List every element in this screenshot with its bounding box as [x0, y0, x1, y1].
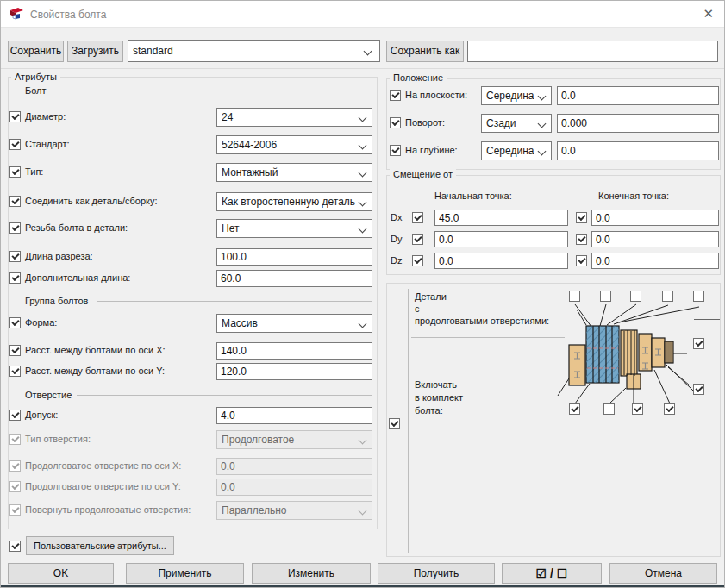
toggle-fields-button[interactable]: ☑ / ☐ — [502, 563, 602, 584]
dz-row: Dz — [391, 253, 721, 270]
spacing-y-input[interactable] — [216, 363, 372, 380]
tolerance-input[interactable] — [216, 407, 372, 424]
spacing-y-row: Расст. между болтами по оси Y: — [9, 362, 378, 381]
shape-value: Массив — [222, 317, 258, 329]
dy-start-input[interactable] — [434, 231, 568, 247]
on-plane-label: На плоскости: — [405, 90, 467, 100]
diameter-checkbox[interactable] — [9, 111, 21, 122]
spacing-x-input[interactable] — [216, 342, 372, 360]
dz-end-checkbox[interactable] — [576, 255, 587, 266]
dialog-title: Свойства болта — [30, 9, 106, 21]
chevron-down-icon — [359, 320, 367, 328]
get-button[interactable]: Получить — [378, 563, 495, 584]
rotation-checkbox[interactable] — [390, 117, 401, 128]
chevron-down-icon — [538, 120, 547, 128]
profile-select[interactable]: standard — [128, 40, 380, 62]
cut-length-label: Длина разреза: — [25, 251, 93, 261]
thread-select[interactable]: Нет — [216, 219, 372, 238]
slot-y-input — [216, 479, 372, 496]
rotation-row: Поворот: Сзади — [390, 114, 721, 133]
apply-button[interactable]: Применить — [126, 563, 244, 584]
dz-start-checkbox[interactable] — [412, 255, 423, 266]
chevron-down-icon — [359, 114, 367, 122]
ok-button[interactable]: OK — [8, 563, 114, 584]
standard-label: Стандарт: — [25, 139, 70, 149]
slot-x-input — [216, 458, 372, 475]
cut-length-input[interactable] — [216, 248, 372, 266]
slotted-parts-label-3: продолговатыми отверстиями: — [415, 316, 549, 326]
chevron-down-icon — [538, 147, 547, 156]
cut-length-row: Длина разреза: — [9, 247, 378, 266]
on-plane-input[interactable] — [557, 86, 719, 105]
cancel-button[interactable]: Отмена — [609, 563, 717, 584]
dy-row: Dy — [391, 231, 721, 248]
extra-length-checkbox[interactable] — [9, 272, 21, 284]
slot-y-row: Продолговатое отверстие по оси Y: — [9, 478, 378, 497]
dz-start-input[interactable] — [434, 253, 568, 269]
standard-checkbox[interactable] — [9, 139, 21, 150]
on-plane-checkbox[interactable] — [390, 90, 401, 101]
rotation-input[interactable] — [557, 114, 719, 133]
load-button[interactable]: Загрузить — [67, 41, 123, 62]
dz-end-input[interactable] — [591, 253, 719, 269]
rotate-slots-value: Параллельно — [222, 504, 286, 516]
include-label-2: в комплект — [415, 392, 463, 403]
include-label-3: болта: — [415, 405, 443, 416]
profile-select-value: standard — [133, 45, 173, 57]
dx-start-checkbox[interactable] — [412, 212, 423, 223]
connect-as-label: Соединить как деталь/сборку: — [25, 196, 158, 206]
dz-label: Dz — [391, 255, 402, 266]
save-button[interactable]: Сохранить — [8, 41, 64, 62]
on-plane-select-value: Середина — [486, 90, 534, 102]
chevron-down-icon — [359, 507, 367, 516]
spacing-y-checkbox[interactable] — [9, 366, 21, 377]
save-as-button[interactable]: Сохранить как — [386, 41, 464, 62]
hole-type-select: Продолговатое — [216, 430, 372, 449]
dy-end-input[interactable] — [591, 231, 719, 247]
user-attributes-checkbox[interactable] — [9, 541, 21, 552]
connect-as-select[interactable]: Как второстепенную деталь — [216, 192, 372, 211]
position-group-label: Положение — [390, 72, 447, 83]
dy-end-checkbox[interactable] — [576, 234, 587, 245]
diameter-value: 24 — [222, 111, 233, 123]
close-icon[interactable]: ✕ — [703, 6, 714, 22]
user-attributes-button[interactable]: Пользовательские атрибуты... — [26, 536, 174, 555]
on-plane-select[interactable]: Середина — [481, 86, 552, 105]
modify-button[interactable]: Изменить — [252, 563, 371, 584]
cut-length-checkbox[interactable] — [9, 251, 21, 262]
type-select[interactable]: Монтажный — [216, 163, 372, 182]
toolbar-separator — [1, 68, 725, 69]
dx-start-input[interactable] — [434, 210, 568, 226]
hole-type-label: Тип отверстия: — [25, 434, 91, 444]
tan-plates — [569, 330, 673, 389]
dx-end-input[interactable] — [591, 210, 719, 226]
thread-checkbox[interactable] — [9, 222, 21, 234]
bolt-group-section-line — [97, 301, 372, 302]
at-depth-select-value: Середина — [486, 145, 534, 157]
diameter-row: Диаметр: 24 — [9, 108, 378, 127]
bolt-section-line — [54, 91, 372, 91]
at-depth-checkbox[interactable] — [390, 145, 401, 156]
extra-length-input[interactable] — [216, 270, 372, 287]
blue-plates — [586, 326, 619, 383]
standard-select[interactable]: 52644-2006 — [216, 135, 372, 154]
attributes-group-label: Атрибуты — [11, 72, 60, 82]
connect-as-value: Как второстепенную деталь — [222, 196, 355, 208]
save-as-input[interactable] — [467, 41, 718, 62]
rotation-select[interactable]: Сзади — [481, 114, 552, 133]
shape-select[interactable]: Массив — [216, 314, 372, 333]
at-depth-input[interactable] — [557, 141, 719, 160]
dy-start-checkbox[interactable] — [412, 234, 423, 245]
assembly-left-checkbox[interactable] — [389, 418, 400, 429]
shape-label: Форма: — [25, 317, 57, 328]
slot-y-label: Продолговатое отверстие по оси Y: — [25, 481, 181, 491]
dx-end-checkbox[interactable] — [576, 212, 587, 223]
shape-checkbox[interactable] — [9, 317, 21, 328]
diameter-select[interactable]: 24 — [216, 108, 372, 127]
type-checkbox[interactable] — [9, 166, 21, 178]
connect-as-checkbox[interactable] — [9, 196, 21, 207]
tolerance-checkbox[interactable] — [9, 410, 21, 421]
spacing-x-checkbox[interactable] — [9, 345, 21, 356]
at-depth-select[interactable]: Середина — [481, 141, 552, 160]
rotate-slots-checkbox — [9, 504, 21, 516]
